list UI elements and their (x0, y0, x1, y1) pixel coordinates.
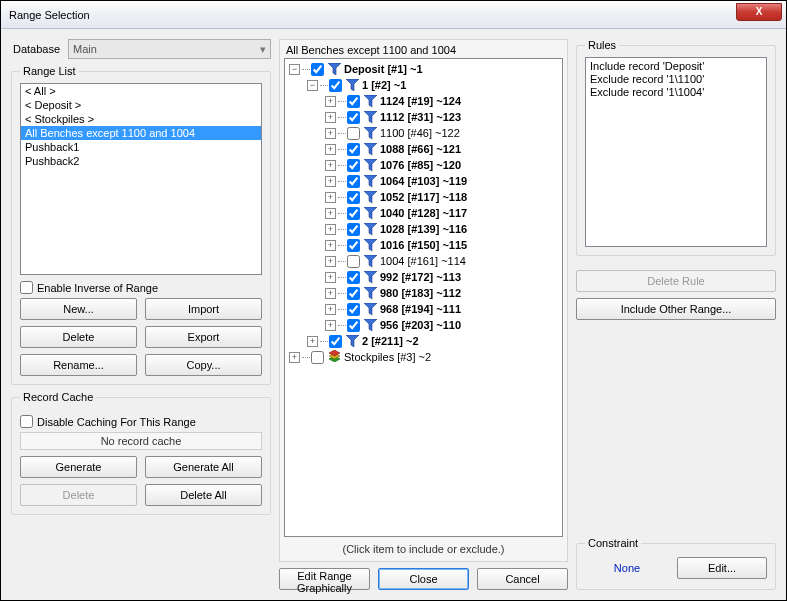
expand-icon[interactable]: + (325, 176, 336, 187)
copy-button[interactable]: Copy... (145, 354, 262, 376)
expand-icon[interactable]: + (325, 288, 336, 299)
collapse-icon[interactable]: − (307, 80, 318, 91)
range-list-item[interactable]: < Deposit > (21, 98, 261, 112)
range-list-item[interactable]: All Benches except 1100 and 1004 (21, 126, 261, 140)
range-list[interactable]: < All >< Deposit >< Stockpiles >All Benc… (20, 83, 262, 275)
svg-marker-7 (364, 175, 377, 187)
expand-icon[interactable]: + (289, 352, 300, 363)
svg-marker-8 (364, 191, 377, 203)
expand-icon[interactable]: + (307, 336, 318, 347)
expand-icon[interactable]: + (325, 144, 336, 155)
tree-checkbox[interactable] (329, 79, 342, 92)
tree-checkbox[interactable] (311, 63, 324, 76)
svg-marker-3 (364, 111, 377, 123)
constraint-edit-button[interactable]: Edit... (677, 557, 767, 579)
rule-item[interactable]: Include record 'Deposit' (590, 60, 762, 73)
generate-all-button[interactable]: Generate All (145, 456, 262, 478)
tree-checkbox[interactable] (347, 191, 360, 204)
expand-icon[interactable]: + (325, 96, 336, 107)
tree-row[interactable]: +1088 [#66] ~121 (289, 141, 558, 157)
tree-row[interactable]: +2 [#211] ~2 (289, 333, 558, 349)
database-select[interactable]: Main ▾ (68, 39, 271, 59)
expand-icon[interactable]: + (325, 224, 336, 235)
rule-item[interactable]: Exclude record '1\1100' (590, 73, 762, 86)
export-button[interactable]: Export (145, 326, 262, 348)
tree-label: 980 [#183] ~112 (380, 287, 461, 299)
expand-icon[interactable]: + (325, 192, 336, 203)
tree-row[interactable]: +980 [#183] ~112 (289, 285, 558, 301)
collapse-icon[interactable]: − (289, 64, 300, 75)
tree-checkbox[interactable] (311, 351, 324, 364)
tree-row[interactable]: +1028 [#139] ~116 (289, 221, 558, 237)
expand-icon[interactable]: + (325, 256, 336, 267)
tree-checkbox[interactable] (347, 207, 360, 220)
range-list-item[interactable]: Pushback2 (21, 154, 261, 168)
expand-icon[interactable]: + (325, 160, 336, 171)
tree-checkbox[interactable] (347, 255, 360, 268)
delete-all-cache-button[interactable]: Delete All (145, 484, 262, 506)
expand-icon[interactable]: + (325, 128, 336, 139)
tree-checkbox[interactable] (347, 143, 360, 156)
tree-row[interactable]: +1100 [#46] ~122 (289, 125, 558, 141)
rename-button[interactable]: Rename... (20, 354, 137, 376)
generate-button[interactable]: Generate (20, 456, 137, 478)
tree-row[interactable]: +1064 [#103] ~119 (289, 173, 558, 189)
tree-row[interactable]: +1052 [#117] ~118 (289, 189, 558, 205)
range-selection-window: Range Selection X Database Main ▾ Range … (0, 0, 787, 601)
tree-checkbox[interactable] (347, 271, 360, 284)
tree-checkbox[interactable] (347, 175, 360, 188)
include-other-range-button[interactable]: Include Other Range... (576, 298, 776, 320)
new-button[interactable]: New... (20, 298, 137, 320)
tree-label: 1052 [#117] ~118 (380, 191, 467, 203)
svg-marker-15 (364, 303, 377, 315)
tree-label: 1016 [#150] ~115 (380, 239, 467, 251)
tree-row[interactable]: +Stockpiles [#3] ~2 (289, 349, 558, 365)
tree-checkbox[interactable] (347, 223, 360, 236)
range-list-legend: Range List (20, 65, 79, 77)
tree-checkbox[interactable] (347, 95, 360, 108)
expand-icon[interactable]: + (325, 240, 336, 251)
import-button[interactable]: Import (145, 298, 262, 320)
rule-item[interactable]: Exclude record '1\1004' (590, 86, 762, 99)
tree-checkbox[interactable] (329, 335, 342, 348)
tree-row[interactable]: −1 [#2] ~1 (289, 77, 558, 93)
tree-checkbox[interactable] (347, 287, 360, 300)
tree-row[interactable]: +968 [#194] ~111 (289, 301, 558, 317)
expand-icon[interactable]: + (325, 208, 336, 219)
database-label: Database (11, 43, 60, 55)
tree-row[interactable]: +1040 [#128] ~117 (289, 205, 558, 221)
cancel-button[interactable]: Cancel (477, 568, 568, 590)
tree-checkbox[interactable] (347, 127, 360, 140)
tree-row[interactable]: −Deposit [#1] ~1 (289, 61, 558, 77)
tree-checkbox[interactable] (347, 159, 360, 172)
delete-range-button[interactable]: Delete (20, 326, 137, 348)
tree-row[interactable]: +956 [#203] ~110 (289, 317, 558, 333)
tree-row[interactable]: +1112 [#31] ~123 (289, 109, 558, 125)
chevron-down-icon: ▾ (260, 43, 266, 56)
tree-row[interactable]: +992 [#172] ~113 (289, 269, 558, 285)
range-list-item[interactable]: Pushback1 (21, 140, 261, 154)
tree-label: 1112 [#31] ~123 (380, 111, 461, 123)
tree-checkbox[interactable] (347, 319, 360, 332)
tree-row[interactable]: +1076 [#85] ~120 (289, 157, 558, 173)
range-list-item[interactable]: < All > (21, 84, 261, 98)
record-tree[interactable]: −Deposit [#1] ~1−1 [#2] ~1+1124 [#19] ~1… (284, 58, 563, 537)
tree-row[interactable]: +1004 [#161] ~114 (289, 253, 558, 269)
close-button[interactable]: Close (378, 568, 469, 590)
tree-checkbox[interactable] (347, 111, 360, 124)
expand-icon[interactable]: + (325, 112, 336, 123)
disable-cache-checkbox[interactable] (20, 415, 33, 428)
expand-icon[interactable]: + (325, 304, 336, 315)
enable-inverse-checkbox[interactable] (20, 281, 33, 294)
window-close-button[interactable]: X (736, 3, 782, 21)
tree-row[interactable]: +1016 [#150] ~115 (289, 237, 558, 253)
cache-status: No record cache (20, 432, 262, 450)
expand-icon[interactable]: + (325, 320, 336, 331)
expand-icon[interactable]: + (325, 272, 336, 283)
tree-row[interactable]: +1124 [#19] ~124 (289, 93, 558, 109)
range-list-item[interactable]: < Stockpiles > (21, 112, 261, 126)
tree-checkbox[interactable] (347, 303, 360, 316)
rules-list[interactable]: Include record 'Deposit'Exclude record '… (585, 57, 767, 247)
tree-checkbox[interactable] (347, 239, 360, 252)
edit-range-graphically-button[interactable]: Edit Range Graphically (279, 568, 370, 590)
